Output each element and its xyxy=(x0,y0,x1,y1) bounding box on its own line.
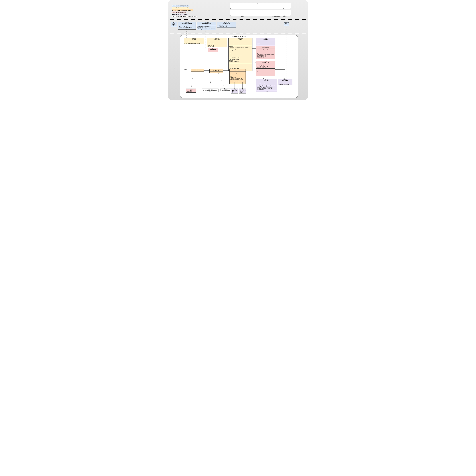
uiviewrepresentable-box: <<Protocol>>UIViewRepresentable + associ… xyxy=(197,22,216,30)
error-box: <<protocol>>Error ... xyxy=(284,22,289,26)
legend-purple: Purple: Public Paylike Enums xyxy=(172,14,187,15)
swift-request-package-box: swift-request package xyxy=(230,3,291,9)
engineerror-box: <<enum>>EngineError NotImplemented Inval… xyxy=(256,79,277,92)
dash-band-1 xyxy=(168,19,308,20)
engineerrorobject-box: <<struct>>EngineErrorObject + message: S… xyxy=(256,61,275,76)
legend-white: White: Public global Paylike functions a… xyxy=(172,16,197,17)
swift-client-package-box: swift-client package xyxy=(230,10,291,16)
engine-box: <<protocol>>Engine + client: Client { ge… xyxy=(228,38,253,71)
legend-red: Red: Public Paylike Structs xyxy=(172,12,186,13)
swift-client-label: swift-client package xyxy=(257,10,264,11)
httpclienterror-label: HTTPClientError xyxy=(281,8,287,9)
hints-box: <<struct>>Hints + hints: [String] xyxy=(186,88,196,93)
client-label: Client xyxy=(241,16,243,17)
createpaymentrequest-label: CreatePaymentRequest xyxy=(272,16,281,17)
legend-blue: Blue: Built-in Apple dependency xyxy=(172,5,189,7)
enginestate-box: <<enum>>EngineState WAITING_FOR_INPUT WE… xyxy=(256,38,275,46)
setiframecontent-box: <<global func>>setIFrameContent(to conte… xyxy=(202,88,219,92)
webviewmodel-box: <<protocol>>WebViewModel + engine: (any … xyxy=(207,38,227,47)
enginerepository-box: <<struct>>EngineRepository + paymentRepo… xyxy=(256,46,275,59)
loggingmode-box: <<enum>>LoggingMode RELEASE DEBUG xyxy=(239,88,246,93)
paylikewebviewmodel-box: <<final class>>PaylikeWebViewModel + ini… xyxy=(209,69,223,73)
swift-request-label: swift-request package xyxy=(256,3,265,4)
webviewiframe-box: <<global field>>webViewIFrame: String xyxy=(221,88,231,91)
clienterror-label: ClientError xyxy=(283,16,287,17)
enginemode-box: <<enum>>EngineMode LIVE TEST xyxy=(231,88,238,93)
paylikewebview-box: «struct»PaylikeWebView + webView: WKWebV… xyxy=(208,48,218,52)
wkscriptmessagehandler-box: <<protocol>>WKScriptMessageHandler + use… xyxy=(178,22,196,30)
legend-orange: Orange: Public Paylike implementations xyxy=(172,9,193,11)
observableobject-box: <<Protocol>>ObservableObject + ObjectWil… xyxy=(217,22,236,28)
legend-yellow: Yellow: Public Paylike protocols xyxy=(172,7,188,9)
swift-engine-package-label: swift-engine package public API xyxy=(180,36,298,37)
hintslistener-box: <<final class>>HintsListener xyxy=(191,69,204,72)
listener-box: <<protocol>>Listener + handler: ((_ isRe… xyxy=(184,38,204,44)
legend: Blue: Built-in Apple dependency Yellow: … xyxy=(172,5,197,18)
webviewerror-box: <<enum>>WebViewError NotImplemented Hint… xyxy=(278,79,292,85)
paylikeengine-box: <<final class>>PaylikeEngine + merchantI… xyxy=(229,69,246,84)
nsobject-box: <<open class>>NSObject ... xyxy=(171,22,177,27)
dash-band-2 xyxy=(168,33,308,34)
